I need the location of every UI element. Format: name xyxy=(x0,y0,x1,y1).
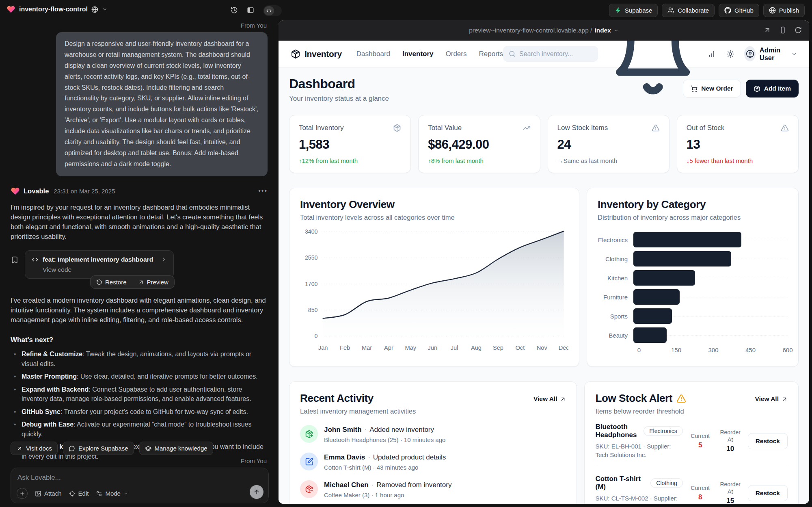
github-button[interactable]: GitHub xyxy=(719,4,759,17)
mobile-view-icon[interactable] xyxy=(779,26,786,34)
history-icon[interactable] xyxy=(231,6,238,14)
nav-inventory[interactable]: Inventory xyxy=(402,50,434,58)
analytics-icon[interactable] xyxy=(708,50,716,58)
bar-row: Kitchen xyxy=(598,270,788,286)
attach-button[interactable]: Attach xyxy=(35,490,62,497)
restock-button[interactable]: Restock xyxy=(748,485,788,501)
view-all-label: View All xyxy=(533,395,557,403)
activity-detail: Cotton T-shirt (M) · 43 minutes ago xyxy=(324,464,446,471)
edit-button[interactable]: Edit xyxy=(69,490,89,497)
code-icon xyxy=(266,8,272,13)
supabase-label: Supabase xyxy=(625,7,652,14)
view-code-link[interactable]: View code xyxy=(43,266,167,273)
brand-name: Inventory xyxy=(304,49,342,59)
bar-kitchen xyxy=(633,270,695,286)
activity-detail: Coffee Maker (3) · 1 hour ago xyxy=(324,492,451,498)
explore-supabase-button[interactable]: Explore Supabase xyxy=(63,442,134,455)
preview-button[interactable]: Preview xyxy=(132,276,174,288)
app-nav: DashboardInventoryOrdersReports xyxy=(356,50,503,58)
users-icon xyxy=(667,7,674,14)
search-box[interactable] xyxy=(503,46,598,62)
bar-row: Beauty xyxy=(598,327,788,343)
visit-docs-button[interactable]: Visit docs xyxy=(11,442,58,455)
kpi-label: Total Value xyxy=(428,124,462,132)
lovable-logo-icon xyxy=(6,5,15,14)
kpi-value: 1,583 xyxy=(299,137,401,152)
activity-item[interactable]: John Smith·Added new inventory Bluetooth… xyxy=(300,425,566,443)
bar-category-label: Clothing xyxy=(598,256,633,262)
from-you-label: From You xyxy=(11,22,267,29)
chevron-down-icon xyxy=(613,28,619,33)
user-menu[interactable]: Admin User xyxy=(744,46,797,62)
avatar xyxy=(744,46,755,61)
mode-selector[interactable]: Mode xyxy=(96,490,128,497)
lovable-avatar-icon xyxy=(11,186,20,196)
bookmark-icon[interactable] xyxy=(11,256,19,264)
nav-orders[interactable]: Orders xyxy=(446,50,467,58)
bar-row: Sports xyxy=(598,308,788,324)
restore-preview-bar: Restore Preview xyxy=(90,275,175,289)
nav-reports[interactable]: Reports xyxy=(479,50,503,58)
activity-item[interactable]: Emma Davis·Updated product details Cotto… xyxy=(300,453,566,471)
activity-user: Michael Chen xyxy=(324,481,369,489)
kpi-icon xyxy=(393,124,401,132)
user-message-bubble: Design a responsive and user-friendly in… xyxy=(56,32,268,176)
svg-text:Oct: Oct xyxy=(515,344,525,351)
kpi-label: Out of Stock xyxy=(687,124,725,132)
app-brand[interactable]: Inventory xyxy=(291,49,342,59)
add-item-button[interactable]: Add Item xyxy=(746,80,799,98)
attach-label: Attach xyxy=(44,490,62,497)
external-link-icon xyxy=(16,445,23,452)
activity-item[interactable]: Michael Chen·Removed from inventory Coff… xyxy=(300,480,566,498)
page-title: Dashboard xyxy=(289,76,389,91)
low-stock-list: Bluetooth Headphones Electronics SKU: EL… xyxy=(595,415,788,504)
manage-knowledge-button[interactable]: Manage knowledge xyxy=(139,442,213,455)
chart-subtitle: Distribution of inventory across major c… xyxy=(598,214,788,221)
low-stock-card: Low Stock Alert Items below reorder thre… xyxy=(584,381,799,504)
project-menu[interactable]: inventory-flow-control xyxy=(6,5,108,14)
nav-dashboard[interactable]: Dashboard xyxy=(356,50,390,58)
restore-button[interactable]: Restore xyxy=(91,276,132,288)
preview-url[interactable]: preview--inventory-flow-control.lovable.… xyxy=(469,27,619,34)
code-view-toggle[interactable] xyxy=(263,5,282,16)
sku-supplier-line: SKU: EL-BH-001 · Supplier: Tech Solution… xyxy=(595,442,682,459)
chat-input[interactable] xyxy=(17,474,188,482)
notifications-button[interactable] xyxy=(609,41,697,98)
add-attachment-button[interactable] xyxy=(17,488,28,499)
code-icon xyxy=(32,256,38,263)
panel-toggle-icon[interactable] xyxy=(247,6,254,14)
page-subtitle: Your inventory status at a glance xyxy=(289,95,389,103)
supabase-button[interactable]: Supabase xyxy=(609,4,658,17)
mode-label: Mode xyxy=(105,490,121,497)
collaborate-button[interactable]: Collaborate xyxy=(662,4,715,17)
send-button[interactable] xyxy=(250,485,263,499)
assistant-summary: I've created a modern inventory dashboar… xyxy=(11,295,268,325)
theme-toggle-icon[interactable] xyxy=(726,50,734,58)
current-label: Current xyxy=(688,485,713,492)
view-all-low-stock-link[interactable]: View All xyxy=(755,395,788,403)
bar-clothing xyxy=(633,251,731,266)
commit-card[interactable]: feat: Implement inventory dashboard View… xyxy=(25,250,174,279)
chat-input-box[interactable]: Attach Edit Mode xyxy=(11,468,269,503)
whats-next-heading: What's next? xyxy=(11,336,268,344)
view-all-activity-link[interactable]: View All xyxy=(533,395,566,403)
quick-actions: Visit docs Explore Supabase Manage knowl… xyxy=(11,442,213,455)
refresh-icon[interactable] xyxy=(795,26,802,34)
activity-icon xyxy=(300,425,318,443)
message-more-icon[interactable]: ••• xyxy=(258,187,268,195)
bar-beauty xyxy=(633,327,667,343)
search-input[interactable] xyxy=(519,50,592,58)
restore-icon xyxy=(96,279,102,285)
svg-text:850: 850 xyxy=(308,307,318,313)
svg-text:Jun: Jun xyxy=(428,344,437,351)
restock-button[interactable]: Restock xyxy=(748,433,788,449)
visit-docs-label: Visit docs xyxy=(26,445,52,452)
publish-button[interactable]: Publish xyxy=(763,4,805,17)
chevron-down-icon[interactable] xyxy=(102,6,108,12)
bar-electronics xyxy=(633,232,741,247)
preview-window: preview--inventory-flow-control.lovable.… xyxy=(279,20,809,504)
low-stock-title: Low Stock Alert xyxy=(595,392,672,405)
open-external-icon[interactable] xyxy=(764,26,771,34)
svg-text:3400: 3400 xyxy=(305,228,318,235)
product-name: Cotton T-shirt (M) xyxy=(595,475,646,491)
